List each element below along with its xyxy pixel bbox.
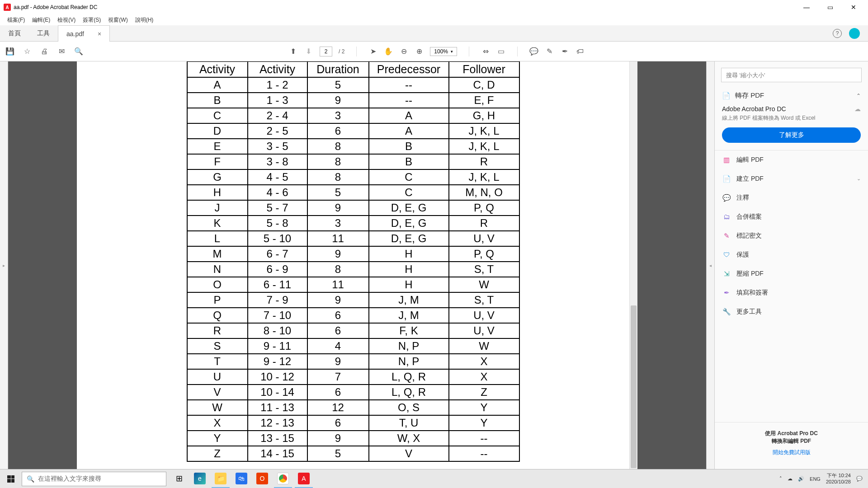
menu-file[interactable]: 檔案(F) — [4, 16, 28, 24]
read-mode-icon[interactable]: ▭ — [496, 47, 505, 56]
maximize-button[interactable]: ▭ — [821, 1, 839, 14]
table-row: U10 - 127L, Q, RX — [187, 369, 519, 385]
cloud-icon: ☁ — [854, 105, 861, 113]
table-row: E3 - 58BJ, K, L — [187, 139, 519, 154]
speaker-icon[interactable]: 🔊 — [798, 476, 804, 482]
stamp-icon[interactable]: 🏷 — [576, 47, 585, 56]
zoom-out-icon[interactable]: ⊖ — [399, 47, 408, 56]
table-cell: K — [187, 216, 248, 231]
page-down-icon[interactable]: ⬇ — [304, 47, 313, 56]
trial-link[interactable]: 開始免費試用版 — [715, 449, 868, 456]
table-cell: C, D — [449, 77, 519, 93]
menu-edit[interactable]: 編輯(E) — [28, 16, 54, 24]
comment-item[interactable]: 💬注釋 — [715, 188, 868, 207]
scrollbar-thumb[interactable] — [631, 305, 637, 468]
fit-width-icon[interactable]: ⇔ — [481, 47, 490, 56]
table-cell: F, K — [369, 323, 449, 338]
table-cell: N — [187, 262, 248, 277]
table-cell: 9 — [307, 354, 369, 369]
learn-more-button[interactable]: 了解更多 — [722, 127, 861, 143]
redact-item[interactable]: ✎標記密文 — [715, 226, 868, 245]
table-row: W11 - 1312O, SY — [187, 400, 519, 415]
tab-close-icon[interactable]: × — [98, 30, 101, 38]
start-button[interactable] — [0, 469, 22, 488]
zoom-select[interactable]: 100%▾ — [430, 47, 457, 56]
table-row: Y13 - 159W, X-- — [187, 431, 519, 446]
table-cell: V — [369, 446, 449, 461]
menu-sign[interactable]: 簽署(S) — [79, 16, 104, 24]
table-cell: 9 - 12 — [248, 354, 307, 369]
notifications-icon[interactable]: 💬 — [856, 476, 863, 482]
comment-icon[interactable]: 💬 — [529, 47, 538, 56]
edit-pdf-item[interactable]: ▥編輯 PDF — [715, 150, 868, 169]
close-button[interactable]: ✕ — [844, 1, 863, 14]
table-cell: H — [369, 262, 449, 277]
hand-tool-icon[interactable]: ✋ — [384, 47, 393, 56]
table-cell: Z — [449, 385, 519, 400]
sign-icon[interactable]: ✒ — [560, 47, 569, 56]
table-header: Activity — [248, 61, 307, 77]
table-cell: F — [187, 154, 248, 169]
table-cell: D, E, G — [369, 231, 449, 246]
taskbar-search[interactable]: 🔍在這裡輸入文字來搜尋 — [22, 472, 166, 486]
table-row: Q7 - 106J, MU, V — [187, 308, 519, 323]
menu-view[interactable]: 檢視(V) — [54, 16, 79, 24]
shield-icon: 🛡 — [722, 250, 731, 259]
moretools-item[interactable]: 🔧更多工具 — [715, 302, 868, 321]
table-cell: 1 - 2 — [248, 77, 307, 93]
document-viewer[interactable]: ActivityActivityDurationPredecessorFollo… — [8, 61, 706, 469]
minimize-button[interactable]: — — [797, 1, 816, 14]
store-icon[interactable]: 🛍 — [232, 470, 250, 488]
acrobat-icon[interactable]: A — [295, 470, 313, 488]
panel-search-input[interactable] — [721, 68, 862, 82]
table-cell: 8 — [307, 154, 369, 169]
protect-item[interactable]: 🛡保護 — [715, 245, 868, 264]
help-icon[interactable]: ? — [833, 29, 842, 38]
promo-line1: 使用 Acrobat Pro DC — [765, 430, 818, 436]
create-pdf-item[interactable]: 📄建立 PDF⌄ — [715, 169, 868, 188]
taskbar: 🔍在這裡輸入文字來搜尋 ⊞ e 📁 🛍 O A ˄ ☁ 🔊 ENG 下午 10:… — [0, 469, 868, 488]
select-tool-icon[interactable]: ➤ — [368, 47, 377, 56]
table-cell: W — [449, 338, 519, 354]
menu-window[interactable]: 視窗(W) — [104, 16, 131, 24]
zoom-in-icon[interactable]: ⊕ — [415, 47, 424, 56]
right-pane-toggle[interactable]: ◂ — [706, 61, 714, 469]
left-pane-toggle[interactable]: ▸ — [0, 61, 8, 469]
page-up-icon[interactable]: ⬆ — [289, 47, 298, 56]
explorer-icon[interactable]: 📁 — [212, 470, 230, 488]
clock[interactable]: 下午 10:24 2020/10/28 — [826, 473, 851, 484]
search-icon[interactable]: 🔍 — [74, 47, 83, 56]
star-icon[interactable]: ☆ — [23, 47, 32, 56]
save-icon[interactable]: 💾 — [5, 47, 14, 56]
page-number-input[interactable] — [320, 47, 332, 56]
table-row: J5 - 79D, E, GP, Q — [187, 200, 519, 216]
table-cell: 4 - 6 — [248, 185, 307, 200]
mail-icon[interactable]: ✉ — [57, 47, 66, 56]
table-cell: R — [449, 154, 519, 169]
menu-help[interactable]: 說明(H) — [132, 16, 157, 24]
highlight-icon[interactable]: ✎ — [545, 47, 554, 56]
tab-home[interactable]: 首頁 — [0, 25, 29, 42]
avatar[interactable] — [849, 28, 860, 39]
table-cell: 3 - 8 — [248, 154, 307, 169]
compress-item[interactable]: ⇲壓縮 PDF — [715, 264, 868, 283]
edge-icon[interactable]: e — [191, 470, 209, 488]
onedrive-icon[interactable]: ☁ — [788, 476, 793, 482]
tab-document[interactable]: aa.pdf × — [58, 25, 110, 42]
vertical-scrollbar[interactable] — [629, 61, 637, 469]
table-cell: S, T — [449, 292, 519, 308]
tray-chevron-icon[interactable]: ˄ — [779, 476, 782, 482]
table-cell: H — [369, 246, 449, 262]
office-icon[interactable]: O — [253, 470, 271, 488]
combine-item[interactable]: 🗂合併檔案 — [715, 207, 868, 226]
taskbar-search-placeholder: 在這裡輸入文字來搜尋 — [38, 475, 101, 483]
table-cell: 6 — [307, 123, 369, 139]
chrome-icon[interactable] — [274, 470, 292, 488]
tab-tools[interactable]: 工具 — [29, 25, 58, 42]
convert-pdf-head[interactable]: 📄 轉存 PDF ⌃ — [715, 86, 868, 105]
fillsign-item[interactable]: ✒填寫和簽署 — [715, 283, 868, 302]
table-cell: M — [187, 246, 248, 262]
task-view-icon[interactable]: ⊞ — [170, 470, 188, 488]
ime-indicator[interactable]: ENG — [810, 476, 821, 482]
print-icon[interactable]: 🖨 — [40, 47, 49, 56]
